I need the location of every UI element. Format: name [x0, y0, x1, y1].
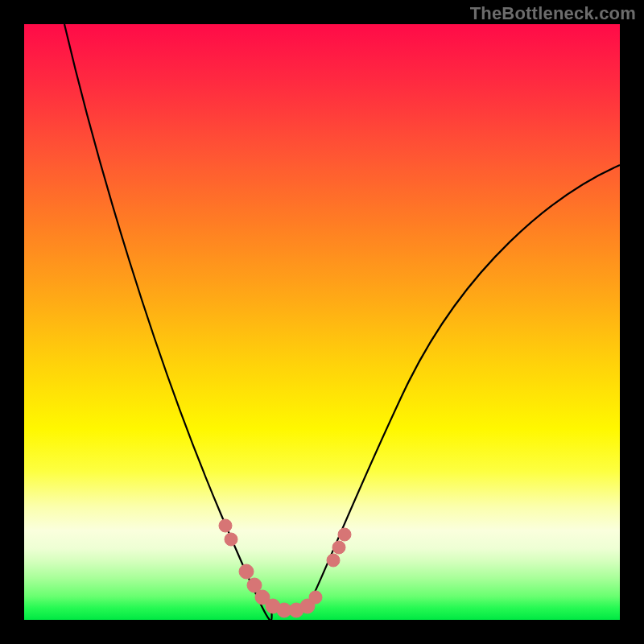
marker-0 [219, 519, 232, 532]
marker-9 [309, 591, 322, 604]
marker-11 [332, 541, 345, 554]
chart-frame: TheBottleneck.com [0, 0, 644, 644]
plot-area [24, 24, 620, 620]
watermark-text: TheBottleneck.com [470, 3, 636, 24]
marker-10 [327, 554, 340, 567]
marker-group [219, 519, 351, 617]
curve-right-branch [306, 165, 620, 608]
curve-left-branch [64, 24, 274, 620]
marker-1 [225, 533, 237, 546]
marker-12 [338, 528, 351, 541]
marker-2 [239, 564, 254, 579]
chart-svg [24, 24, 620, 620]
